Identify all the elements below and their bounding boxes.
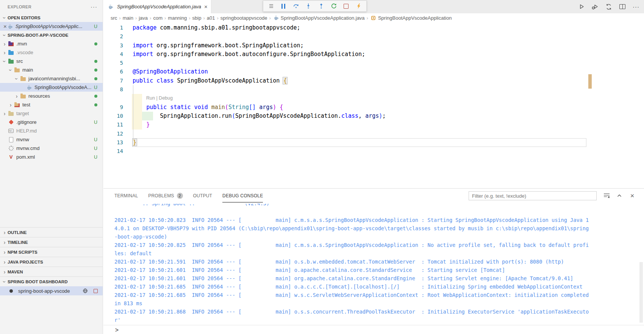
sidebar-section-maven[interactable]: ›MAVEN <box>0 267 103 276</box>
close-panel-icon[interactable]: × <box>629 193 636 199</box>
chevron-right-icon: › <box>14 93 20 99</box>
code-line-4[interactable]: 4import org.springframework.boot.autocon… <box>103 50 644 59</box>
tree-item-src[interactable]: ›src <box>0 57 103 66</box>
stop-app-icon[interactable] <box>92 288 99 294</box>
dashboard-app-spring-boot-app-vscode[interactable]: spring-boot-app-vscode <box>0 286 103 295</box>
step-over-icon[interactable] <box>292 2 300 10</box>
code-line-8[interactable]: 8 <box>103 85 644 94</box>
open-in-browser-icon[interactable] <box>82 288 89 294</box>
tree-item-help-md[interactable]: M↓HELP.md <box>0 126 103 135</box>
tree-item-main[interactable]: ›main <box>0 66 103 74</box>
section-label: OUTLINE <box>8 230 27 235</box>
code-editor[interactable]: 1package com.manning.sbip.a01.springboot… <box>103 22 644 189</box>
breadcrumb-com[interactable]: com <box>153 15 163 21</box>
tree-item-gitignore[interactable]: .gitignoreU <box>0 118 103 126</box>
panel-tab-output[interactable]: OUTPUT <box>193 189 213 203</box>
breadcrumb-springbootappvscode[interactable]: springbootappvscode <box>220 15 267 21</box>
tree-item-resources[interactable]: ›resources <box>0 92 103 100</box>
breadcrumb-springbootappvscodeapplication[interactable]: SpringBootAppVscodeApplication <box>370 15 452 21</box>
sync-icon[interactable] <box>605 4 612 10</box>
sidebar-section-spring-boot-dashboard[interactable]: ›SPRING BOOT DASHBOARD <box>0 276 103 286</box>
panel-tab-debug-console[interactable]: DEBUG CONSOLE <box>222 189 263 203</box>
code-line-10[interactable]: 10 SpringApplication.run(SpringBootAppVs… <box>103 112 644 120</box>
code-line-13[interactable]: 13} <box>103 138 644 147</box>
bottom-panel: TERMINALPROBLEMS2OUTPUTDEBUG CONSOLE × :… <box>103 188 644 334</box>
code-line-3[interactable]: 3import org.springframework.boot.SpringA… <box>103 41 644 50</box>
code-line-1[interactable]: 1package com.manning.sbip.a01.springboot… <box>103 23 644 32</box>
tree-item-vscode[interactable]: ›.vscode <box>0 48 103 57</box>
more-actions-icon[interactable]: ··· <box>91 3 97 10</box>
code-line-7[interactable]: 7public class SpringBootAppVscodeApplica… <box>103 76 644 85</box>
debug-console-input[interactable]: > <box>103 325 644 334</box>
code-line-12[interactable]: 12 <box>103 130 644 138</box>
breadcrumb-main[interactable]: main <box>123 15 133 21</box>
breadcrumb-java[interactable]: java <box>139 15 148 21</box>
code-line-text[interactable]: public class SpringBootAppVscodeApplicat… <box>133 76 288 85</box>
code-line-text[interactable]: package com.manning.sbip.a01.springboota… <box>133 23 300 32</box>
panel-tab-problems[interactable]: PROBLEMS2 <box>148 189 183 203</box>
more-actions-icon[interactable]: ··· <box>633 4 639 10</box>
restart-icon[interactable] <box>330 2 338 10</box>
tree-item-mvnw[interactable]: mvnwU <box>0 135 103 144</box>
breadcrumb-manning[interactable]: manning <box>168 15 187 21</box>
pause-icon[interactable] <box>280 2 287 10</box>
project-section-header[interactable]: › SPRING-BOOT-APP-VSCODE <box>0 31 103 39</box>
breadcrumb-src[interactable]: src <box>111 15 117 21</box>
code-line-2[interactable]: 2 <box>103 32 644 41</box>
scrollbar[interactable] <box>639 262 643 323</box>
sidebar-section-npm-scripts[interactable]: ›NPM SCRIPTS <box>0 247 103 257</box>
step-into-icon[interactable] <box>305 2 312 10</box>
tree-item-java-com-manning-sbi[interactable]: ›java\com\manning\sbi... <box>0 74 103 83</box>
console-line-clipped: :: Spring Boot :: (v2.4.3) <box>114 204 589 208</box>
code-line-text[interactable]: import org.springframework.boot.SpringAp… <box>133 41 304 50</box>
run-icon[interactable] <box>578 4 585 10</box>
close-icon[interactable]: × <box>204 4 208 9</box>
filter-input[interactable] <box>469 191 597 200</box>
breadcrumb-springbootappvscodeapplication-java[interactable]: SpringBootAppVscodeApplication.java <box>273 15 365 21</box>
tree-item-label: HELP.md <box>16 128 37 134</box>
sidebar-section-timeline[interactable]: ›TIMELINE <box>0 237 103 247</box>
code-line-11[interactable]: 11 } <box>103 120 644 129</box>
close-icon[interactable]: × <box>3 23 7 29</box>
code-line-text[interactable]: } <box>133 120 150 129</box>
tree-item-target[interactable]: ›target <box>0 109 103 118</box>
code-line-14[interactable]: 14 <box>103 147 644 156</box>
open-editors-section[interactable]: › OPEN EDITORS <box>0 13 103 22</box>
breadcrumb-a01[interactable]: a01 <box>207 15 215 21</box>
clear-console-icon[interactable] <box>603 193 610 199</box>
tree-item-mvnw-cmd[interactable]: mvnw.cmdU <box>0 144 103 153</box>
tab-springbootappvscodeapplication-java[interactable]: SpringBootAppVscodeApplication.java × <box>103 0 211 13</box>
java-file-icon <box>7 23 14 30</box>
tree-item-pom-xml[interactable]: Vpom.xmlU <box>0 153 103 161</box>
hot-code-replace-icon[interactable] <box>355 2 363 10</box>
open-editor-item[interactable]: × SpringBootAppVscodeApplic... U <box>0 22 103 31</box>
code-line-9[interactable]: 9 public static void main(String[] args)… <box>103 103 644 112</box>
line-number: 2 <box>103 32 123 41</box>
codelens-run-debug[interactable]: Run | Debug <box>146 94 173 103</box>
gripper-icon[interactable] <box>267 2 275 10</box>
tree-item-mvn[interactable]: ›.mvn <box>0 39 103 48</box>
codelens-row[interactable]: Run | Debug <box>103 94 644 103</box>
code-line-6[interactable]: 6@SpringBootApplication <box>103 67 644 76</box>
folder-icon <box>20 93 27 99</box>
code-line-text[interactable]: @SpringBootApplication <box>133 67 208 76</box>
code-line-text[interactable]: SpringApplication.run(SpringBootAppVscod… <box>133 112 386 120</box>
panel-tab-terminal[interactable]: TERMINAL <box>114 189 138 203</box>
git-status <box>94 57 97 66</box>
sidebar-section-java-projects[interactable]: ›JAVA PROJECTS <box>0 257 103 267</box>
code-line-text[interactable]: } <box>133 138 137 147</box>
split-editor-icon[interactable] <box>619 4 626 10</box>
tree-item-springbootappvscodea[interactable]: SpringBootAppVscodeA...U <box>0 83 103 92</box>
step-out-icon[interactable] <box>317 2 325 10</box>
maximize-panel-icon[interactable] <box>616 193 623 199</box>
stop-icon[interactable] <box>342 2 350 10</box>
code-line-text[interactable]: public static void main(String[] args) { <box>133 103 283 112</box>
run-debug-icon[interactable] <box>592 4 599 10</box>
sidebar-section-outline[interactable]: ›OUTLINE <box>0 227 103 237</box>
breadcrumb-sbip[interactable]: sbip <box>192 15 202 21</box>
tree-item-test[interactable]: ›test <box>0 100 103 109</box>
code-line-text[interactable]: import org.springframework.boot.autoconf… <box>133 50 365 59</box>
code-line-5[interactable]: 5 <box>103 59 644 67</box>
breadcrumb-separator: › <box>119 15 120 21</box>
chevron-down-icon: › <box>8 67 14 73</box>
